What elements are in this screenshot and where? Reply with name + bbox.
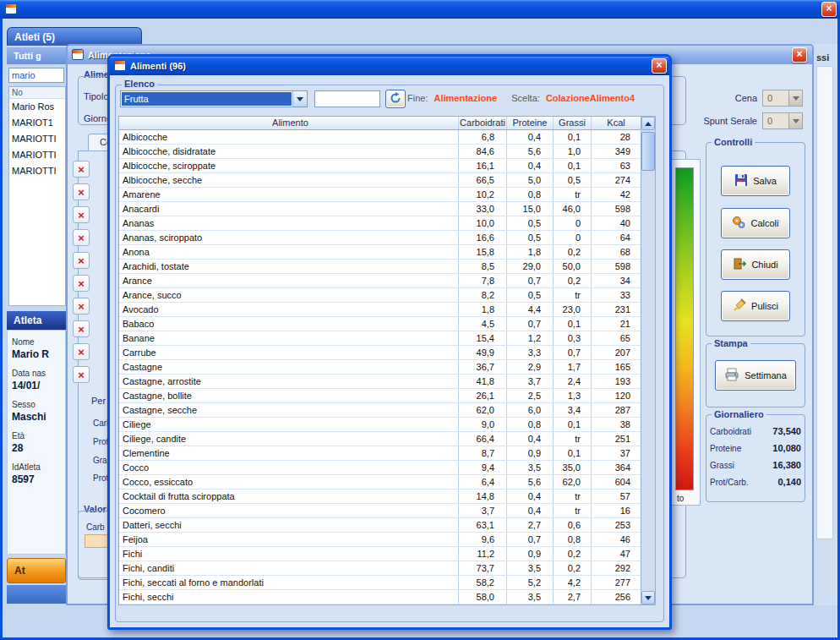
table-row[interactable]: Banane15,41,20,365	[119, 331, 655, 346]
broom-icon	[733, 298, 746, 314]
table-row[interactable]: Datteri, secchi63,12,70,6253	[119, 518, 655, 533]
cell-value: 349	[592, 145, 641, 158]
table-row[interactable]: Fichi, secchi58,03,52,7256	[119, 590, 655, 604]
list-item[interactable]: Mario Ros	[9, 99, 65, 115]
column-header-grassi[interactable]: Grassi	[554, 117, 592, 129]
cell-value: 64	[592, 231, 641, 244]
table-row[interactable]: Ciliege, candite66,40,4tr251	[119, 432, 655, 446]
remove-food-button[interactable]: ×	[73, 252, 90, 269]
spunt-serale-stepper[interactable]: 0	[762, 112, 803, 129]
table-row[interactable]: Fichi11,20,90,247	[119, 547, 655, 561]
athlete-filter-input[interactable]: mario	[8, 68, 64, 83]
pulisci-button[interactable]: Pulisci	[721, 291, 790, 321]
athlete-listbox[interactable]: No Mario RosMARIOT1MARIOTTIMARIOTTIMARIO…	[8, 86, 66, 306]
table-row[interactable]: Castagne, bollite26,12,51,3120	[119, 389, 655, 403]
search-input[interactable]	[314, 90, 380, 107]
column-header-kcal[interactable]: Kcal	[592, 117, 641, 129]
chevron-down-icon[interactable]	[292, 91, 307, 107]
salva-button[interactable]: Salva	[721, 166, 790, 196]
table-row[interactable]: Ciliege9,00,80,138	[119, 418, 655, 432]
cell-alimento: Arachidi, tostate	[119, 260, 459, 273]
list-item[interactable]: MARIOTTI	[9, 163, 65, 179]
column-header-carboidrati[interactable]: Carboidrati	[459, 117, 507, 129]
remove-food-button[interactable]: ×	[73, 320, 90, 337]
table-row[interactable]: Arance, succo8,20,5tr33	[119, 288, 655, 303]
cell-value: 0,8	[507, 418, 554, 431]
scroll-up-button[interactable]	[641, 117, 655, 130]
table-row[interactable]: Albicocche, sciroppate16,10,40,163	[119, 159, 655, 173]
cell-value: 0,4	[507, 159, 554, 172]
table-row[interactable]: Cocomero3,70,4tr16	[119, 504, 655, 518]
table-row[interactable]: Clementine8,70,90,137	[119, 446, 655, 461]
column-header-proteine[interactable]: Proteine	[507, 117, 554, 129]
table-row[interactable]: Cocco9,43,535,0364	[119, 461, 655, 475]
remove-food-button[interactable]: ×	[73, 275, 90, 292]
remove-food-button[interactable]: ×	[73, 343, 90, 360]
table-row[interactable]: Albicocche6,80,40,128	[119, 130, 655, 145]
table-row[interactable]: Arachidi, tostate8,529,050,0598	[119, 260, 655, 274]
remove-food-button[interactable]: ×	[73, 298, 90, 315]
table-row[interactable]: Albicocche, secche66,55,00,5274	[119, 173, 655, 188]
table-row[interactable]: Castagne, secche62,06,03,4287	[119, 403, 655, 418]
main-close-button[interactable]: ×	[821, 2, 837, 17]
category-combobox[interactable]: Frutta	[120, 90, 308, 107]
list-item[interactable]: MARIOTTI	[9, 147, 65, 163]
table-row[interactable]: Ananas, sciroppato16,60,5064	[119, 231, 655, 245]
remove-food-button[interactable]: ×	[73, 229, 90, 246]
food-table-body: Albicocche6,80,40,128Albicocche, disidra…	[119, 130, 655, 604]
table-scrollbar[interactable]	[641, 117, 655, 604]
giornaliero-label: Prot/Carb.	[710, 478, 749, 487]
table-row[interactable]: Albicocche, disidratate84,65,61,0349	[119, 145, 655, 159]
table-row[interactable]: Avocado1,84,423,0231	[119, 303, 655, 317]
table-row[interactable]: Carrube49,93,30,7207	[119, 346, 655, 360]
list-item[interactable]: MARIOTTI	[9, 131, 65, 147]
remove-food-button[interactable]: ×	[73, 183, 90, 200]
table-row[interactable]: Castagne, arrostite41,83,72,4193	[119, 375, 655, 389]
remove-food-button[interactable]: ×	[73, 161, 90, 178]
remove-food-button[interactable]: ×	[73, 366, 90, 383]
column-header-alimento[interactable]: Alimento	[119, 117, 459, 129]
remove-food-button[interactable]: ×	[73, 206, 90, 223]
settimana-button[interactable]: Settimana	[715, 360, 796, 391]
refresh-icon	[390, 92, 401, 106]
table-row[interactable]: Feijoa9,60,70,846	[119, 533, 655, 547]
table-row[interactable]: Fichi, canditi73,73,50,2292	[119, 561, 655, 576]
red-x-icon: ×	[78, 324, 85, 335]
cell-value: 604	[592, 475, 641, 489]
table-row[interactable]: Fichi, seccati al forno e mandorlati58,2…	[119, 576, 655, 590]
carb-value-box[interactable]	[85, 534, 110, 548]
scroll-thumb[interactable]	[641, 132, 655, 171]
calcoli-button[interactable]: Calcoli	[721, 208, 790, 238]
table-row[interactable]: Ananas10,00,5040	[119, 216, 655, 231]
alimenti-close-button[interactable]: ×	[652, 58, 667, 74]
tab-atleti[interactable]: Atleti (5)	[7, 27, 142, 46]
cell-value: 0,9	[507, 547, 554, 561]
table-row[interactable]: Babaco4,50,70,121	[119, 317, 655, 331]
table-row[interactable]: Amarene10,20,8tr42	[119, 188, 655, 202]
cell-value: 66,4	[459, 432, 507, 446]
cell-value: 21	[592, 317, 641, 331]
main-window-titlebar: ×	[0, 0, 840, 19]
table-row[interactable]: Anona15,81,80,268	[119, 245, 655, 260]
cell-value: 6,4	[459, 475, 507, 489]
table-row[interactable]: Cocktail di frutta sciroppata14,80,4tr57	[119, 490, 655, 504]
table-row[interactable]: Anacardi33,015,046,0598	[119, 202, 655, 216]
table-row[interactable]: Cocco, essiccato6,45,662,0604	[119, 475, 655, 490]
refresh-button[interactable]	[385, 90, 406, 108]
alimentazione-close-button[interactable]: ×	[792, 47, 807, 63]
atleti-orange-button[interactable]: At	[7, 558, 66, 583]
table-row[interactable]: Castagne36,72,91,7165	[119, 360, 655, 375]
cell-value: tr	[554, 490, 592, 503]
food-table-header: Alimento Carboidrati Proteine Grassi Kca…	[119, 117, 655, 130]
cell-value: 251	[592, 432, 641, 446]
scroll-down-button[interactable]	[641, 591, 655, 604]
list-item[interactable]: MARIOT1	[9, 115, 65, 131]
cell-value: 49,9	[459, 346, 507, 359]
cell-alimento: Castagne, arrostite	[119, 375, 459, 388]
chiudi-button[interactable]: Chiudi	[721, 249, 790, 280]
table-row[interactable]: Arance7,80,70,234	[119, 274, 655, 288]
percentuali-label: Per	[91, 396, 106, 406]
cell-value: 11,2	[459, 547, 507, 561]
valori-carb-label: Carb	[86, 522, 105, 532]
cena-stepper[interactable]: 0	[762, 90, 803, 107]
